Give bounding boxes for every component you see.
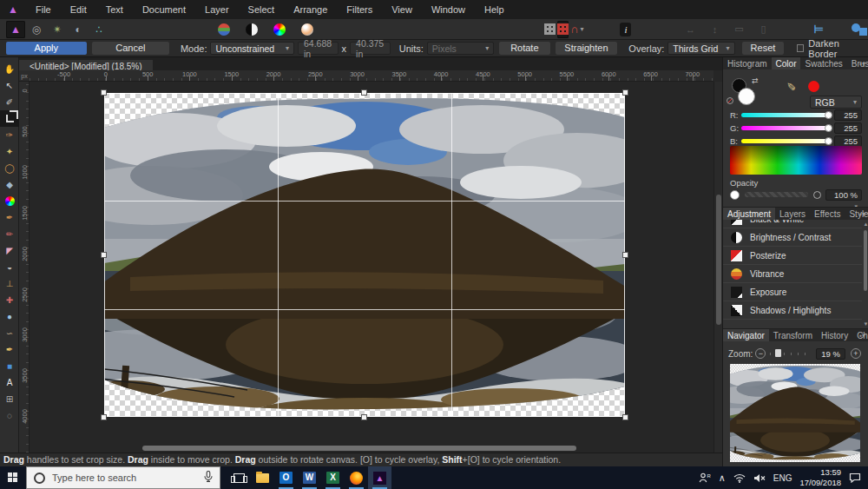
selection-brush-tool[interactable]: ✑ <box>0 127 19 143</box>
menu-item-view[interactable]: View <box>382 4 422 15</box>
dodge-burn-tool[interactable]: ◒ <box>0 259 19 275</box>
microphone-icon[interactable] <box>204 471 213 485</box>
develop-persona-icon[interactable]: ✴ <box>48 21 67 38</box>
action-center-icon[interactable] <box>849 472 861 483</box>
smudge-tool[interactable]: ∽ <box>0 325 19 341</box>
opacity-track[interactable] <box>745 192 808 197</box>
clock[interactable]: 13:59 17/09/2018 <box>799 467 841 488</box>
language-indicator[interactable]: ENG <box>773 473 792 483</box>
panel-menu-icon[interactable]: ▪▾ <box>859 60 865 68</box>
adjustment-black-white[interactable]: Black & White <box>723 220 862 228</box>
darken-border-checkbox[interactable] <box>797 44 805 52</box>
crop-handle-bottom-left[interactable] <box>101 414 107 420</box>
mesh-warp-tool[interactable]: ⊞ <box>0 391 19 407</box>
panel-menu-icon[interactable]: ▪▾ <box>859 332 865 340</box>
move-tool[interactable]: ↖ <box>0 77 19 94</box>
start-button[interactable] <box>0 466 26 489</box>
paint-brush-tool[interactable]: ✒ <box>0 209 19 226</box>
adjustment-vibrance[interactable]: Vibrance <box>723 265 862 283</box>
healing-brush-tool[interactable]: ✚ <box>0 292 19 308</box>
task-view-button[interactable] <box>227 466 251 489</box>
taskbar-search[interactable]: Type here to search <box>26 466 220 489</box>
tone-mapping-persona-icon[interactable]: ◐ <box>69 21 88 38</box>
blur-tool[interactable]: ● <box>0 308 19 325</box>
opacity-slider[interactable]: 100 % ▾ <box>730 188 862 201</box>
wifi-icon[interactable] <box>733 473 746 483</box>
slider-track[interactable] <box>741 126 829 130</box>
adjustment-scrollbar[interactable] <box>863 221 868 327</box>
crop-handle-middle-left[interactable] <box>101 252 107 258</box>
crop-handle-bottom-center[interactable] <box>361 414 367 420</box>
tab-history[interactable]: History <box>817 329 852 341</box>
slider-knob[interactable] <box>825 111 832 119</box>
navigator-thumbnail[interactable] <box>730 364 860 462</box>
color-slider-r[interactable]: R:255 <box>730 109 862 121</box>
color-picker-tool[interactable]: ✐ <box>0 94 19 110</box>
crop-handle-bottom-right[interactable] <box>622 414 628 420</box>
pen-tool[interactable]: ✒ <box>0 341 19 358</box>
tab-color[interactable]: Color <box>772 57 801 69</box>
menu-item-document[interactable]: Document <box>133 4 195 15</box>
crop-handle-top-center[interactable] <box>361 89 367 96</box>
tab-effects[interactable]: Effects <box>810 208 845 220</box>
tab-layers[interactable]: Layers <box>775 208 810 220</box>
auto-white-balance-icon[interactable] <box>298 21 317 38</box>
assistant-icon[interactable]: i <box>620 21 631 38</box>
units-dropdown[interactable]: Pixels▾ <box>427 42 494 55</box>
menu-item-help[interactable]: Help <box>475 4 514 15</box>
reset-button[interactable]: Reset <box>742 42 784 55</box>
auto-colours-icon[interactable] <box>270 21 289 38</box>
menu-item-select[interactable]: Select <box>239 4 285 15</box>
menu-item-text[interactable]: Text <box>96 4 133 15</box>
slider-track[interactable] <box>741 139 829 143</box>
zoom-in-button[interactable]: + <box>851 348 861 359</box>
flood-fill-tool[interactable]: ◆ <box>0 176 19 193</box>
rectangle-tool[interactable]: ■ <box>0 358 19 374</box>
menu-item-window[interactable]: Window <box>422 4 475 15</box>
people-icon[interactable]: R <box>699 472 711 483</box>
opacity-value[interactable]: 100 % ▾ <box>825 189 862 201</box>
alignment-icon[interactable]: ⊨ <box>813 21 823 38</box>
panel-menu-icon[interactable]: ▪▾ <box>859 210 865 218</box>
crop-handle-top-left[interactable] <box>101 89 107 96</box>
zoom-out-button[interactable]: − <box>755 348 766 359</box>
show-hidden-icons-chevron[interactable]: ∧ <box>719 472 726 484</box>
pixel-brush-tool[interactable]: ✏ <box>0 226 19 242</box>
crop-height-field[interactable]: 40.375 in <box>350 42 391 55</box>
tab-navigator[interactable]: Navigator <box>723 329 769 341</box>
gradient-tool[interactable] <box>0 193 19 209</box>
slider-value[interactable]: 255 <box>834 122 862 134</box>
affinity-photo-button[interactable]: ▲ <box>368 466 391 489</box>
slider-track[interactable] <box>741 113 829 117</box>
adjustment-shadows-highlights[interactable]: Shadows / Highlights <box>723 301 862 320</box>
color-slider-g[interactable]: G:255 <box>730 122 862 134</box>
slider-value[interactable]: 255 <box>834 109 862 121</box>
current-color-swatch[interactable] <box>808 81 819 92</box>
slider-knob[interactable] <box>825 124 832 132</box>
auto-contrast-icon[interactable] <box>242 21 261 38</box>
horizontal-scrollbar[interactable] <box>142 446 576 451</box>
eraser-tool[interactable]: ◤ <box>0 242 19 259</box>
geometry-add-icon[interactable] <box>850 21 868 38</box>
snapping-magnet-icon[interactable]: ∩▾ <box>570 21 583 38</box>
adjustment-posterize[interactable]: Posterize <box>723 247 862 265</box>
primary-color-swatch[interactable] <box>738 88 755 105</box>
tab-adjustment[interactable]: Adjustment <box>723 208 775 220</box>
apply-button[interactable]: Apply <box>6 42 87 55</box>
mode-dropdown[interactable]: Unconstrained▾ <box>210 42 293 55</box>
overlay-dropdown[interactable]: Thirds Grid▾ <box>667 42 734 55</box>
slider-knob[interactable] <box>825 137 832 145</box>
menu-item-arrange[interactable]: Arrange <box>284 4 337 15</box>
clone-stamp-tool[interactable]: ⊥ <box>0 275 19 292</box>
crop-handle-top-right[interactable] <box>622 89 628 96</box>
flood-select-tool[interactable]: ✦ <box>0 143 19 160</box>
photo-crop-region[interactable] <box>104 93 625 417</box>
adjustment-exposure[interactable]: Exposure <box>723 283 862 301</box>
volume-muted-icon[interactable] <box>753 473 766 483</box>
canvas-viewport[interactable] <box>30 82 713 453</box>
file-explorer-button[interactable] <box>251 466 274 489</box>
text-tool[interactable]: A <box>0 374 19 391</box>
crop-width-field[interactable]: 64.688 in <box>298 42 339 55</box>
firefox-button[interactable] <box>345 466 368 489</box>
adjustment-brightness-contrast[interactable]: Brightness / Contrast <box>723 228 862 247</box>
